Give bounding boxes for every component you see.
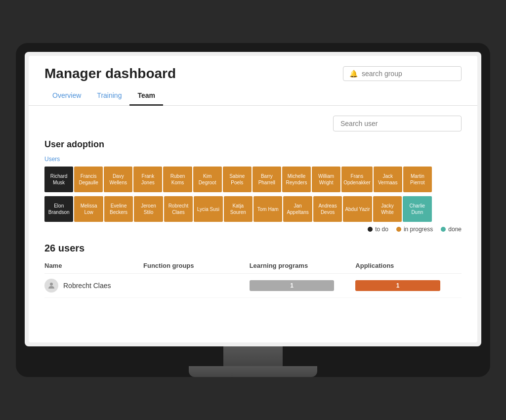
learning-programs-cell: 1: [250, 280, 356, 291]
table-row: Robrecht Claes 1 1: [44, 274, 462, 298]
search-user-input[interactable]: [333, 116, 462, 131]
user-cell[interactable]: Martin Pierrot: [403, 167, 432, 192]
user-cell[interactable]: Andreas Devos: [313, 196, 342, 222]
user-cell[interactable]: Kim Degroot: [193, 167, 222, 192]
tab-team[interactable]: Team: [129, 86, 163, 106]
user-grid-row2: Elon Brandson Melissa Low Eveline Becker…: [44, 196, 462, 222]
page-title: Manager dashboard: [44, 66, 176, 82]
user-cell[interactable]: Richard Musk: [44, 167, 73, 192]
user-cell[interactable]: Jeroen Stilo: [134, 196, 163, 222]
user-cell[interactable]: Abdul Yazir: [343, 196, 372, 222]
monitor: Manager dashboard 🔔 Overview Training Te…: [16, 43, 490, 377]
user-grid-row1: Richard Musk Francis Degaulle Davy Welle…: [44, 167, 462, 192]
learning-programs-bar: 1: [250, 280, 335, 291]
user-cell[interactable]: Jack Vermaas: [374, 167, 402, 192]
user-cell[interactable]: Robrecht Claes: [164, 196, 193, 222]
user-cell[interactable]: Barry Pharrell: [253, 167, 281, 192]
content-area: User adoption Users Richard Musk Francis…: [29, 106, 477, 308]
user-cell[interactable]: Sabine Poels: [223, 167, 252, 192]
user-cell-empty: [433, 167, 462, 192]
screen-inner: Manager dashboard 🔔 Overview Training Te…: [29, 56, 477, 342]
tab-training[interactable]: Training: [89, 86, 129, 106]
legend-in-progress: in progress: [396, 226, 433, 233]
svg-point-0: [50, 283, 53, 286]
tabs-bar: Overview Training Team: [29, 86, 477, 106]
user-cell[interactable]: Tom Ham: [253, 196, 282, 222]
user-cell-empty: [433, 196, 462, 222]
user-cell[interactable]: Melissa Low: [74, 196, 103, 222]
applications-cell: 1: [355, 280, 462, 291]
progress-label: in progress: [404, 226, 433, 233]
user-cell[interactable]: Elon Brandson: [44, 196, 73, 222]
search-group-container[interactable]: 🔔: [343, 66, 462, 81]
done-dot: [441, 227, 446, 232]
legend-todo: to do: [368, 226, 388, 233]
app-header: Manager dashboard 🔔: [29, 56, 477, 86]
legend: to do in progress done: [44, 226, 462, 233]
user-name-cell: Robrecht Claes: [44, 279, 143, 293]
user-cell[interactable]: Frans Opdenakker: [341, 167, 372, 192]
users-label: Users: [44, 156, 462, 163]
search-user-row: [44, 116, 462, 131]
col-function-groups: Function groups: [143, 262, 250, 269]
user-cell[interactable]: Lycia Susi: [194, 196, 222, 222]
legend-done: done: [441, 226, 462, 233]
stand-base: [189, 366, 317, 377]
screen: Manager dashboard 🔔 Overview Training Te…: [25, 52, 481, 346]
table-header: Name Function groups Learning programs A…: [44, 258, 462, 274]
user-cell[interactable]: Eveline Beckers: [104, 196, 133, 222]
user-cell[interactable]: Frank Jones: [133, 167, 162, 192]
avatar: [44, 279, 58, 293]
user-name: Robrecht Claes: [63, 282, 111, 290]
search-group-input[interactable]: [362, 70, 455, 78]
progress-dot: [396, 227, 401, 232]
user-cell[interactable]: Jacky White: [373, 196, 402, 222]
todo-label: to do: [375, 226, 388, 233]
users-count: 26 users: [44, 243, 462, 254]
done-label: done: [448, 226, 462, 233]
col-learning-programs: Learning programs: [250, 262, 356, 269]
col-name: Name: [44, 262, 143, 269]
user-cell[interactable]: Jan Appeltans: [283, 196, 312, 222]
user-cell[interactable]: William Wright: [312, 167, 340, 192]
user-cell[interactable]: Katja Souren: [224, 196, 253, 222]
stand-neck: [223, 346, 283, 366]
search-group-icon: 🔔: [349, 70, 358, 78]
user-cell[interactable]: Francis Degaulle: [74, 167, 103, 192]
user-cell[interactable]: Michelle Reynders: [282, 167, 311, 192]
todo-dot: [368, 227, 373, 232]
user-cell[interactable]: Davy Wellens: [104, 167, 132, 192]
user-cell[interactable]: Charlie Dunn: [403, 196, 431, 222]
section-title: User adoption: [44, 139, 462, 150]
tab-overview[interactable]: Overview: [44, 86, 89, 106]
applications-bar: 1: [355, 280, 440, 291]
col-applications: Applications: [355, 262, 462, 269]
user-cell[interactable]: Ruben Koms: [163, 167, 192, 192]
